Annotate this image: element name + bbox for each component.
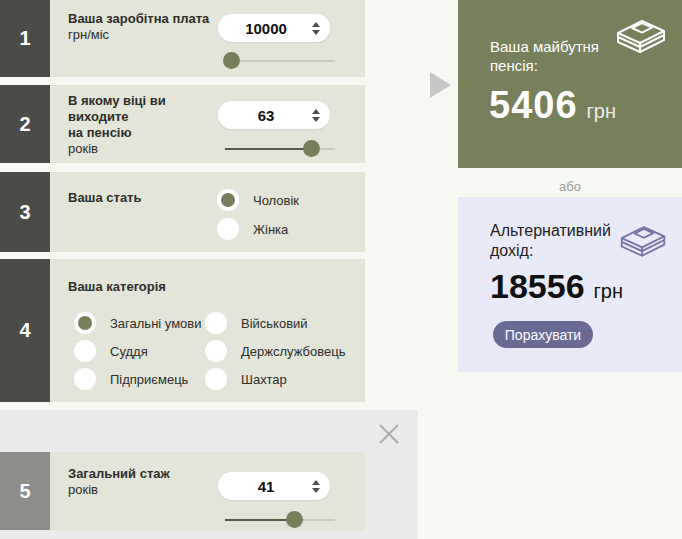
salary-slider[interactable]	[225, 52, 335, 69]
experience-slider[interactable]	[225, 511, 335, 528]
radio-icon[interactable]	[74, 368, 96, 390]
section-number-2: 2	[0, 85, 50, 163]
alternative-currency: грн	[594, 280, 623, 303]
pension-currency: грн	[587, 100, 616, 123]
future-pension-title-line1: Ваша майбутня	[490, 38, 599, 55]
section-number-label: 2	[19, 113, 30, 136]
section-number-4: 4	[0, 259, 50, 402]
slider-fill	[225, 148, 311, 150]
slider-thumb[interactable]	[303, 140, 320, 157]
future-pension-value: 5406 грн	[489, 84, 616, 127]
section-number-1: 1	[0, 0, 50, 77]
category-option-entrepreneur[interactable]: Підприємець	[74, 365, 205, 393]
radio-icon[interactable]	[217, 218, 239, 240]
spinner-down-icon[interactable]	[312, 30, 320, 35]
age-label: В якому віці ви виходите на пенсію років	[68, 93, 228, 157]
alternative-amount: 18556	[490, 267, 585, 306]
category-option-miner[interactable]: Шахтар	[205, 365, 345, 393]
section-category-content: Ваша категорія Загальні умови Військовий…	[50, 259, 365, 402]
section-retirement-age: 2 В якому віці ви виходите на пенсію рок…	[0, 85, 365, 163]
section-number-label: 4	[19, 319, 30, 342]
experience-title: Загальний стаж	[68, 466, 170, 481]
age-title-line2: на пенсію	[68, 125, 132, 140]
section-number-3: 3	[0, 172, 50, 252]
gender-option-female[interactable]: Жінка	[217, 218, 288, 240]
experience-label: Загальний стаж років	[68, 466, 208, 498]
slider-track[interactable]	[225, 60, 335, 62]
section-experience: 5 Загальний стаж років	[0, 452, 365, 530]
section-category: 4 Ваша категорія Загальні умови Військов…	[0, 259, 365, 402]
arrow-right-icon	[430, 72, 451, 98]
alternative-income-title: Альтернативний дохід:	[490, 221, 611, 261]
spinner-up-icon[interactable]	[312, 109, 320, 114]
alternative-income-value: 18556 грн	[490, 267, 623, 306]
section-number-label: 3	[19, 201, 30, 224]
category-option-general[interactable]: Загальні умови	[74, 309, 205, 337]
radio-icon[interactable]	[74, 340, 96, 362]
future-pension-panel: Ваша майбутня пенсія: 5406 грн	[458, 0, 682, 168]
category-option-military[interactable]: Військовий	[205, 309, 345, 337]
salary-unit: грн/міс	[68, 27, 109, 42]
future-pension-title: Ваша майбутня пенсія:	[490, 37, 599, 75]
spinner-down-icon[interactable]	[312, 117, 320, 122]
age-spinner	[312, 101, 320, 129]
section-age-content: В якому віці ви виходите на пенсію років	[50, 85, 365, 163]
section-salary: 1 Ваша заробітна плата грн/міс	[0, 0, 365, 77]
radio-icon[interactable]	[205, 368, 227, 390]
pension-calculator: 1 Ваша заробітна плата грн/міс 2	[0, 0, 682, 539]
alternative-title-line2: дохід:	[490, 242, 533, 259]
slider-thumb[interactable]	[286, 511, 303, 528]
section-number-label: 5	[19, 480, 30, 503]
gender-option-male[interactable]: Чоловік	[217, 189, 299, 211]
radio-label: Підприємець	[110, 372, 188, 387]
gender-title: Ваша стать	[68, 190, 141, 205]
or-divider: або	[458, 179, 682, 194]
category-label: Ваша категорія	[68, 279, 166, 295]
age-slider[interactable]	[225, 140, 335, 157]
age-input-pill	[218, 101, 330, 129]
spinner-up-icon[interactable]	[312, 480, 320, 485]
salary-input-pill	[218, 14, 330, 42]
category-option-judge[interactable]: Суддя	[74, 337, 205, 365]
radio-icon[interactable]	[217, 189, 239, 211]
radio-label: Загальні умови	[110, 316, 202, 331]
radio-label: Чоловік	[253, 193, 299, 208]
spinner-down-icon[interactable]	[312, 488, 320, 493]
section-salary-content: Ваша заробітна плата грн/міс	[50, 0, 365, 77]
radio-icon[interactable]	[205, 312, 227, 334]
category-options: Загальні умови Військовий Суддя Держслуж…	[74, 309, 345, 393]
salary-label: Ваша заробітна плата грн/міс	[68, 11, 218, 43]
category-option-civil-servant[interactable]: Держслужбовець	[205, 337, 345, 365]
category-title: Ваша категорія	[68, 279, 166, 294]
section-number-5: 5	[0, 452, 50, 530]
close-icon[interactable]	[376, 421, 402, 447]
spinner-up-icon[interactable]	[312, 22, 320, 27]
radio-label: Держслужбовець	[241, 344, 345, 359]
experience-input-pill	[218, 472, 330, 500]
pension-amount: 5406	[489, 84, 578, 127]
section-number-label: 1	[19, 27, 30, 50]
money-stack-icon	[618, 219, 668, 261]
money-stack-icon	[614, 12, 668, 58]
section-gender-content: Ваша стать Чоловік Жінка	[50, 172, 365, 252]
radio-icon[interactable]	[205, 340, 227, 362]
alternative-income-panel: Альтернативний дохід: 18556 грн Порахува…	[458, 197, 682, 372]
alternative-title-line1: Альтернативний	[490, 222, 611, 239]
slider-fill	[225, 519, 294, 521]
section-experience-content: Загальний стаж років	[50, 452, 365, 530]
radio-icon[interactable]	[74, 312, 96, 334]
gender-label: Ваша стать	[68, 190, 141, 206]
radio-label: Військовий	[241, 316, 308, 331]
radio-label: Жінка	[253, 222, 288, 237]
experience-unit: років	[68, 482, 98, 497]
future-pension-title-line2: пенсія:	[490, 57, 538, 74]
age-title-line1: В якому віці ви виходите	[68, 93, 166, 124]
age-unit: років	[68, 141, 98, 156]
salary-spinner	[312, 14, 320, 42]
slider-thumb[interactable]	[223, 52, 240, 69]
radio-label: Шахтар	[241, 372, 287, 387]
radio-label: Суддя	[110, 344, 148, 359]
calculate-button[interactable]: Порахувати	[493, 321, 593, 348]
section-gender: 3 Ваша стать Чоловік Жінка	[0, 172, 365, 252]
experience-spinner	[312, 472, 320, 500]
